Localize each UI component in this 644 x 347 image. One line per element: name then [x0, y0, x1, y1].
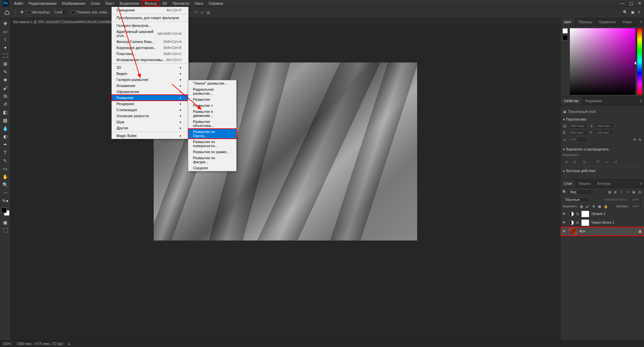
menu-справка[interactable]: Справка — [206, 1, 226, 6]
filter-menu-item[interactable]: Исправление перспективы...Alt+Ctrl+V — [112, 57, 188, 63]
align-bottom-icon[interactable]: ⊔ — [612, 159, 619, 165]
dodge-tool[interactable]: ◐ — [1, 133, 10, 140]
menu-окно[interactable]: Окно — [192, 1, 206, 6]
pen-tool[interactable]: ✒ — [1, 141, 10, 148]
chevron-down-icon[interactable]: ▾ — [563, 147, 565, 151]
filter-shape-icon[interactable]: ▭ — [625, 190, 630, 194]
flip-h-icon[interactable]: ⇋ — [633, 138, 636, 141]
share-icon[interactable]: ⇪ — [638, 10, 641, 14]
panel-menu-icon[interactable]: ≡ — [638, 20, 644, 24]
opacity-input[interactable]: 100% — [630, 197, 642, 202]
filter-menu-item[interactable]: 3D — [112, 64, 188, 71]
align-left-icon[interactable]: ⊏ — [563, 159, 570, 165]
props-tab-1[interactable]: Коррекция — [582, 97, 605, 105]
filter-toggle-icon[interactable]: ⏻ — [637, 190, 642, 194]
eyedropper-tool[interactable]: ✎ — [1, 68, 10, 76]
maximize-icon[interactable]: ▢ — [629, 1, 633, 6]
filter-menu-item[interactable]: Рендеринг — [112, 101, 188, 107]
filter-pixel-icon[interactable]: ▦ — [607, 190, 612, 194]
filter-menu-item[interactable]: Другое — [112, 125, 188, 131]
filter-menu-item[interactable]: Стилизация — [112, 107, 188, 113]
layer-name[interactable]: Черно-белое 1 — [591, 221, 614, 224]
screenmode-tool[interactable]: ⛶ — [1, 227, 10, 234]
filter-menu-item[interactable]: СмещениеAlt+Ctrl+F — [112, 7, 188, 13]
layer-row[interactable]: 👁⛓Черно-белое 1 — [560, 218, 644, 227]
zoom-tool[interactable]: 🔍 — [1, 181, 10, 188]
layers-tab-1[interactable]: Каналы — [575, 180, 594, 187]
show-controls-option[interactable]: Показать упр. элем. — [71, 10, 108, 14]
blur-submenu-item[interactable]: Размытие — [188, 96, 236, 102]
stamp-tool[interactable]: ⧉ — [1, 92, 10, 100]
autoselect-dropdown[interactable]: Слой — [52, 10, 68, 15]
zoom-level[interactable]: 100% — [3, 342, 11, 346]
shape-tool[interactable]: ▭ — [1, 165, 10, 172]
menu-изображение[interactable]: Изображение — [59, 1, 88, 6]
blur-submenu-item[interactable]: Среднее — [188, 165, 236, 171]
layer-row[interactable]: 👁Фон🔒 — [560, 227, 644, 236]
layers-tab-2[interactable]: Контуры — [594, 180, 614, 187]
menu-выделение[interactable]: Выделение — [117, 1, 142, 6]
visibility-icon[interactable]: 👁 — [562, 212, 567, 216]
menu-фильтр[interactable]: Фильтр — [142, 1, 160, 6]
align-center-h-icon[interactable]: ⫿ — [572, 159, 579, 165]
menu-файл[interactable]: Файл — [11, 1, 26, 6]
filter-menu-item[interactable]: Шум — [112, 119, 188, 125]
align-center-v-icon[interactable]: ⫾ — [603, 159, 610, 165]
history-brush-tool[interactable]: ↺ — [1, 100, 10, 108]
search-icon[interactable]: 🔍 — [623, 10, 628, 14]
layer-row[interactable]: 👁⛓Уровни 1 — [560, 210, 644, 218]
fg-swatch-mini[interactable] — [562, 28, 568, 34]
chevron-down-icon[interactable]: ▾ — [563, 118, 565, 121]
frame-tool[interactable]: ⊠ — [1, 60, 10, 68]
x-input[interactable]: -464 пикс — [595, 123, 614, 129]
lasso-tool[interactable]: ⌇ — [1, 36, 10, 43]
lock-all-icon[interactable]: 🔒 — [603, 204, 608, 209]
more-tools[interactable]: ⋯ — [1, 189, 10, 197]
filter-menu-item[interactable]: Преобразовать для смарт-фильтров — [112, 15, 188, 21]
filter-menu-item[interactable]: Размытие — [112, 95, 188, 101]
filter-menu-item[interactable]: Пластика...Shift+Ctrl+X — [112, 51, 188, 57]
chevron-right-icon[interactable]: ▸ — [563, 169, 565, 173]
chevron-right-icon[interactable]: ▸ — [68, 342, 70, 346]
minimize-icon[interactable]: — — [620, 1, 624, 6]
visibility-icon[interactable]: 👁 — [562, 221, 567, 224]
magic-wand-tool[interactable]: ✦ — [1, 44, 10, 51]
blur-submenu-item[interactable]: Размытие + — [188, 102, 236, 109]
panel-menu-icon[interactable]: ≡ — [638, 182, 644, 185]
width-input[interactable]: 3537 пикс — [569, 123, 588, 129]
menu-текст[interactable]: Текст — [102, 1, 117, 6]
menu-редактирование[interactable]: Редактирование — [26, 1, 59, 6]
checkbox-icon[interactable] — [27, 10, 31, 14]
marquee-tool[interactable]: ▭ — [1, 28, 10, 35]
hue-strip[interactable] — [637, 28, 642, 95]
lock-position-icon[interactable]: ✥ — [591, 204, 596, 209]
blur-submenu-item[interactable]: "Умное" размытие... — [188, 80, 236, 86]
align-right-icon[interactable]: ⊐ — [581, 159, 587, 165]
filter-menu-item[interactable]: Фильтр Camera Raw...Shift+Ctrl+A — [112, 39, 188, 45]
camera-icon[interactable]: ▣ — [206, 10, 210, 15]
blur-submenu-item[interactable]: Размытие объектива... — [188, 119, 236, 129]
crop-tool[interactable]: ⛶ — [1, 52, 10, 59]
document-tab[interactable]: Без имени-1 @ 25% (4d2afd0721b5d0ea46f84… — [11, 18, 560, 26]
menu-слои[interactable]: Слои — [88, 1, 102, 6]
filter-menu-item[interactable]: Оформление — [112, 89, 188, 95]
type-tool[interactable]: T — [1, 149, 10, 156]
layers-kind-dropdown[interactable]: Вид — [568, 189, 595, 195]
autoselect-option[interactable]: Автовыбор: Слой — [27, 10, 68, 15]
layer-name[interactable]: Уровни 1 — [591, 212, 605, 216]
quickmask-tool[interactable]: ▣ — [1, 219, 10, 226]
blend-mode-dropdown[interactable]: Обычные — [562, 197, 589, 202]
blur-submenu-item[interactable]: Размытие по Гауссу... — [188, 129, 236, 139]
color-picker[interactable] — [570, 28, 635, 95]
panel-menu-icon[interactable]: ≡ — [638, 99, 644, 103]
filter-menu-item[interactable]: Видео — [112, 71, 188, 77]
color-tab-2[interactable]: Градиенты — [595, 18, 619, 26]
color-swatch[interactable] — [1, 208, 9, 216]
filter-menu-item[interactable]: Адаптивный широкий угол...Alt+Shift+Ctrl… — [112, 29, 188, 39]
blur-tool[interactable]: 💧 — [1, 125, 10, 132]
edit-toolbar[interactable]: ✎▾ — [1, 197, 10, 205]
blur-submenu-item[interactable]: Размытие по поверхности... — [188, 139, 236, 149]
move-tool[interactable]: ✥ — [1, 20, 10, 27]
mask-thumbnail[interactable] — [581, 211, 589, 217]
workspace-icon[interactable]: ▣ — [631, 10, 634, 14]
